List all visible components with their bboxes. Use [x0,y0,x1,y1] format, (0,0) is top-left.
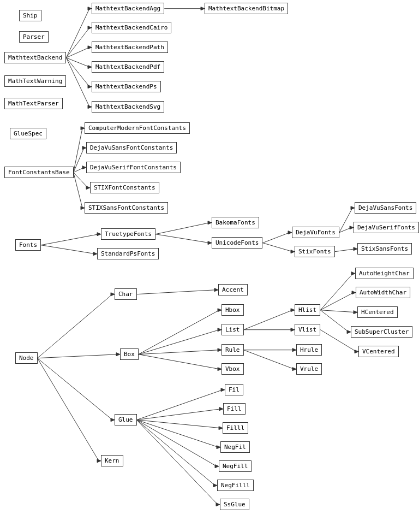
svg-marker-49 [97,459,101,463]
node-vrule: Vrule [296,363,322,375]
svg-line-34 [262,243,292,252]
svg-line-16 [74,148,84,173]
node-mathtextbackendpath: MathtextBackendPath [92,42,168,53]
node-stixfonts: StixFonts [295,246,335,257]
svg-line-56 [139,350,219,354]
svg-line-28 [155,223,210,234]
svg-line-2 [66,28,89,58]
svg-marker-19 [82,166,86,169]
svg-marker-15 [81,127,85,130]
svg-marker-7 [88,66,92,69]
svg-line-84 [320,293,354,310]
svg-marker-87 [354,311,357,314]
svg-marker-9 [88,85,92,88]
svg-marker-47 [111,418,115,422]
svg-line-74 [137,420,219,447]
svg-line-26 [41,245,95,254]
node-node: Node [15,352,38,364]
node-fontconstantsbase: FontConstantsBase [4,167,74,178]
svg-marker-5 [88,46,92,49]
svg-marker-91 [355,350,358,353]
node-stixsansfontconstants: STIXSansFontConstants [85,202,168,214]
svg-marker-55 [218,328,222,332]
node-ship: Ship [19,10,41,21]
node-standardpsfonts: StandardPsFonts [97,248,159,259]
svg-line-66 [244,350,295,369]
node-hrule: Hrule [296,344,322,356]
svg-line-48 [38,358,99,461]
svg-marker-1 [88,7,92,10]
svg-line-52 [139,310,219,354]
node-negfil: NegFil [220,441,250,453]
svg-marker-3 [88,26,92,29]
node-negfilll: NegFilll [217,480,254,491]
svg-line-20 [74,173,88,188]
svg-marker-29 [208,221,212,224]
svg-marker-25 [97,233,101,236]
node-hlist: Hlist [295,304,320,316]
svg-line-6 [66,58,89,67]
svg-marker-63 [291,328,295,332]
svg-marker-27 [93,252,97,256]
svg-marker-45 [116,353,120,356]
svg-marker-67 [292,368,296,371]
svg-line-76 [137,420,217,466]
node-ssglue: SsGlue [220,499,249,510]
node-mathtextbackendagg: MathtextBackendAgg [92,3,164,14]
node-dejavufonts: DejaVuFonts [292,227,339,238]
node-fill: Fill [223,403,246,415]
node-dejavuseriffonts: DejaVuSerifFonts [354,222,419,233]
node-autoheightchar: AutoHeightChar [355,268,414,279]
node-mathtextbackend: MathtextBackend [4,52,66,63]
node-mathtextbackendps: MathtextBackendPs [92,81,161,92]
svg-line-86 [320,310,355,312]
svg-marker-61 [291,309,295,312]
svg-marker-33 [288,231,292,234]
node-gluespec: GlueSpec [10,128,46,139]
node-subsupercluster: SubSuperCluster [351,326,412,338]
svg-marker-69 [221,388,225,392]
node-dejavusansfontconstants: DejaVuSansFontConstants [86,142,177,153]
svg-line-82 [320,274,353,310]
node-mathtextparser: MathTextParser [4,98,63,109]
svg-line-46 [38,358,113,420]
svg-line-18 [74,168,84,173]
node-hbox: Hbox [222,304,244,316]
svg-line-14 [74,128,82,173]
svg-marker-75 [217,446,220,449]
node-fil: Fil [225,384,243,395]
svg-line-68 [137,390,223,420]
svg-marker-21 [86,186,90,190]
node-filll: Filll [223,422,248,434]
svg-line-50 [137,290,217,294]
node-glue: Glue [115,414,137,425]
svg-marker-17 [82,146,86,150]
svg-marker-57 [218,348,222,352]
node-mathtextbackendcairo: MathtextBackendCairo [92,22,171,33]
node-bakomafonts: BakomaFonts [212,217,259,228]
svg-marker-77 [215,465,219,468]
svg-marker-53 [218,309,222,312]
svg-line-22 [74,173,82,208]
node-dejavusansfonts: DejaVuSansFonts [355,202,416,214]
svg-line-36 [339,208,352,233]
svg-marker-73 [219,427,223,430]
node-mathtextbackendsvg: MathtextBackendSvg [92,101,164,113]
node-stixfontconstants: STIXFontConstants [90,182,159,193]
svg-marker-89 [347,330,351,334]
svg-line-72 [137,420,221,428]
svg-marker-71 [219,407,223,411]
svg-line-4 [66,48,89,58]
node-list: List [222,324,244,335]
svg-marker-39 [350,226,354,229]
node-rule: Rule [222,344,244,356]
node-vlist: Vlist [295,324,320,335]
node-hcentered: HCentered [357,306,398,318]
node-parser: Parser [19,31,49,43]
svg-marker-43 [111,293,115,296]
node-stixsansfonts: StixSansFonts [357,243,412,255]
svg-line-24 [41,234,99,245]
node-fonts: Fonts [15,239,41,251]
svg-marker-11 [88,105,92,109]
node-mathtextbackendbitmap: MathtextBackendBitmap [205,3,288,14]
